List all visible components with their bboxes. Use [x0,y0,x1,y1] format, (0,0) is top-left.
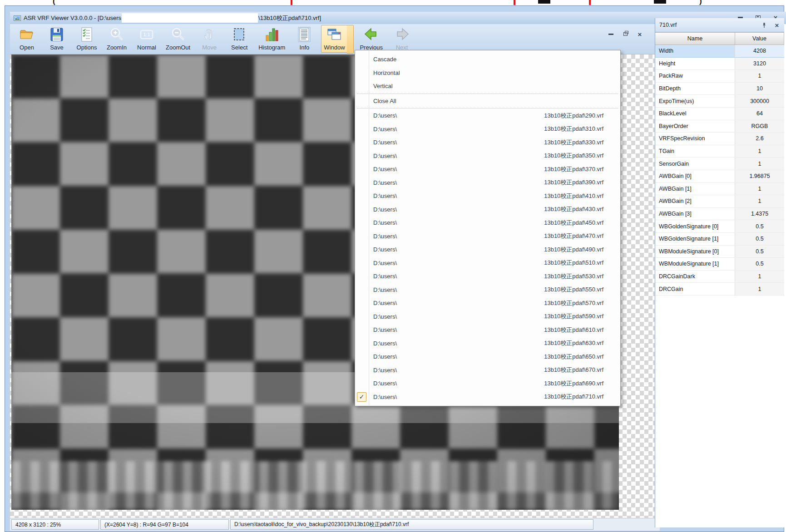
toolbar-button-window[interactable]: Window [321,25,347,53]
property-name: VRFSpecRevision [655,133,735,145]
property-value: 0.5 [735,258,784,271]
zoom-normal-icon: 1:1 [138,26,155,44]
menu-item-open-file[interactable]: D:\users\13b10校正pdaf\470.vrf [355,230,620,243]
toolbar-button-zoomout[interactable]: ZoomOut [163,25,193,53]
toolbar-button-normal[interactable]: 1:1Normal [133,25,160,53]
mdi-close-button[interactable]: × [635,30,644,38]
options-dropdown-caret[interactable] [98,40,104,45]
menu-item-open-file[interactable]: D:\users\13b10校正pdaf\550.vrf [355,283,620,297]
menu-item-open-file[interactable]: D:\users\13b10校正pdaf\390.vrf [355,176,620,190]
menu-item-open-file[interactable]: D:\users\13b10校正pdaf\410.vrf [355,189,620,203]
toolbar-button-label: ZoomIn [107,44,127,51]
column-header-name: Name [655,32,735,45]
file-path-suffix: 13b10校正pdaf\350.vrf [544,152,603,160]
menu-item-label: Horizontal [373,69,400,76]
property-row-bitdepth[interactable]: BitDepth10 [655,83,784,95]
arrow-next-icon [394,26,410,44]
menu-item-open-file[interactable]: D:\users\13b10校正pdaf\570.vrf [355,296,620,310]
property-row-wbgoldensignature-0-[interactable]: WBGoldenSignature [0]0.5 [655,220,784,233]
property-row-awbgain-2-[interactable]: AWBGain [2]1 [655,195,784,208]
property-value: 1 [735,70,784,83]
property-row-awbgain-3-[interactable]: AWBGain [3]1.4375 [655,208,784,221]
panel-pin-button[interactable] [761,22,768,29]
property-row-wbgoldensignature-1-[interactable]: WBGoldenSignature [1]0.5 [655,233,784,246]
menu-item-open-file[interactable]: D:\users\13b10校正pdaf\310.vrf [355,123,620,136]
property-row-height[interactable]: Height3120 [655,58,784,70]
toolbar-buttons: OpenSaveOptionsZoomIn1:1NormalZoomOutMov… [14,25,419,53]
property-row-awbgain-0-[interactable]: AWBGain [0]1.96875 [655,170,784,183]
file-path-prefix: D:\users\ [373,394,397,400]
file-path-prefix: D:\users\ [373,112,397,119]
restore-icon [623,32,628,36]
property-row-sensorgain[interactable]: SensorGain1 [655,158,784,170]
menu-item-open-file[interactable]: D:\users\13b10校正pdaf\650.vrf [355,350,620,364]
property-name: DRCGainDark [655,271,735,283]
menu-item-open-file[interactable]: D:\users\13b10校正pdaf\430.vrf [355,203,620,217]
mdi-restore-button[interactable] [621,30,630,38]
menu-item-open-file[interactable]: D:\users\13b10校正pdaf\490.vrf [355,243,620,256]
checkmark-icon: ✓ [357,392,366,402]
menu-item-open-file[interactable]: D:\users\13b10校正pdaf\530.vrf [355,270,620,283]
menu-item-open-file[interactable]: D:\users\13b10校正pdaf\330.vrf [355,136,620,149]
menu-item-open-file[interactable]: D:\users\13b10校正pdaf\690.vrf [355,377,620,390]
property-row-awbgain-1-[interactable]: AWBGain [1]1 [655,183,784,196]
property-row-packraw[interactable]: PackRaw1 [655,70,784,83]
menu-item-cascade[interactable]: Cascade [355,53,620,66]
menu-item-close-all[interactable]: Close All [355,94,620,108]
menu-item-horizontal[interactable]: Horizontal [355,66,620,80]
file-path-suffix: 13b10校正pdaf\590.vrf [544,312,603,320]
menu-item-open-file[interactable]: D:\users\13b10校正pdaf\610.vrf [355,323,620,337]
toolbar-button-label: Open [20,44,34,51]
toolbar-button-info[interactable]: Info [291,25,317,53]
property-row-tgain[interactable]: TGain1 [655,145,784,158]
property-row-bayerorder[interactable]: BayerOrderRGGB [655,120,784,133]
panel-title: 710.vrf [659,22,677,28]
menu-item-open-file[interactable]: D:\users\13b10校正pdaf\510.vrf [355,256,620,270]
toolbar-button-options[interactable]: Options [74,25,100,53]
window-title-suffix: \13b10校正pdaf\710.vrf] [258,14,321,22]
annotation-fragment [538,0,550,4]
menu-separator [357,94,618,94]
toolbar-button-open[interactable]: Open [14,25,40,53]
property-row-drcgaindark[interactable]: DRCGainDark1 [655,271,784,283]
menu-item-open-file[interactable]: D:\users\13b10校正pdaf\290.vrf [355,109,620,123]
file-path-suffix: 13b10校正pdaf\690.vrf [544,379,603,388]
file-path-prefix: D:\users\ [373,192,397,199]
properties-panel: 710.vrf × Name Value Width4208Height3120… [655,18,784,527]
property-row-drcgain[interactable]: DRCGain1 [655,283,784,296]
file-path-suffix: 13b10校正pdaf\470.vrf [544,232,603,240]
property-row-expotime-us-[interactable]: ExpoTime(us)300000 [655,95,784,108]
menu-item-open-file[interactable]: D:\users\13b10校正pdaf\450.vrf [355,216,620,230]
file-path-prefix: D:\users\ [373,340,397,347]
toolbar-button-select[interactable]: Select [226,25,252,53]
mdi-minimize-button[interactable] [606,30,615,38]
menu-item-open-file[interactable]: ✓D:\users\13b10校正pdaf\710.vrf [355,390,620,404]
property-row-blacklevel[interactable]: BlackLevel64 [655,108,784,120]
file-path-prefix: D:\users\ [373,367,397,374]
annotation-fragment [291,0,292,5]
window-title-prefix: ASR VRF Viewer V3.0.0.0 - [D:\users [24,15,121,21]
property-row-width[interactable]: Width4208 [655,45,784,58]
file-path-suffix: 13b10校正pdaf\610.vrf [544,326,603,334]
menu-item-open-file[interactable]: D:\users\13b10校正pdaf\590.vrf [355,310,620,324]
panel-close-button[interactable]: × [773,22,781,29]
property-name: AWBGain [0] [655,170,735,183]
menu-item-open-file[interactable]: D:\users\13b10校正pdaf\350.vrf [355,149,620,163]
menu-item-vertical[interactable]: Vertical [355,79,620,93]
window-dropdown-menu: CascadeHorizontalVerticalClose AllD:\use… [355,50,621,406]
property-row-wbmodulesignature-1-[interactable]: WBModuleSignature [1]0.5 [655,258,784,271]
toolbar-button-histogram[interactable]: Histogram [256,25,287,53]
property-value: 1.4375 [735,208,784,221]
property-name: AWBGain [2] [655,195,735,208]
menu-item-open-file[interactable]: D:\users\13b10校正pdaf\670.vrf [355,364,620,377]
menu-item-open-file[interactable]: D:\users\13b10校正pdaf\370.vrf [355,163,620,176]
property-row-vrfspecrevision[interactable]: VRFSpecRevision2.6 [655,133,784,145]
toolbar-button-zoomin[interactable]: ZoomIn [104,25,130,53]
panel-menu-button[interactable] [748,22,755,29]
zoom-out-icon [170,26,186,44]
property-row-wbmodulesignature-0-[interactable]: WBModuleSignature [0]0.5 [655,246,784,258]
window-dropdown-caret[interactable] [347,25,354,54]
toolbar-button-previous[interactable]: Previous [357,25,385,53]
menu-item-open-file[interactable]: D:\users\13b10校正pdaf\630.vrf [355,337,620,350]
toolbar-button-save[interactable]: Save [44,25,70,53]
